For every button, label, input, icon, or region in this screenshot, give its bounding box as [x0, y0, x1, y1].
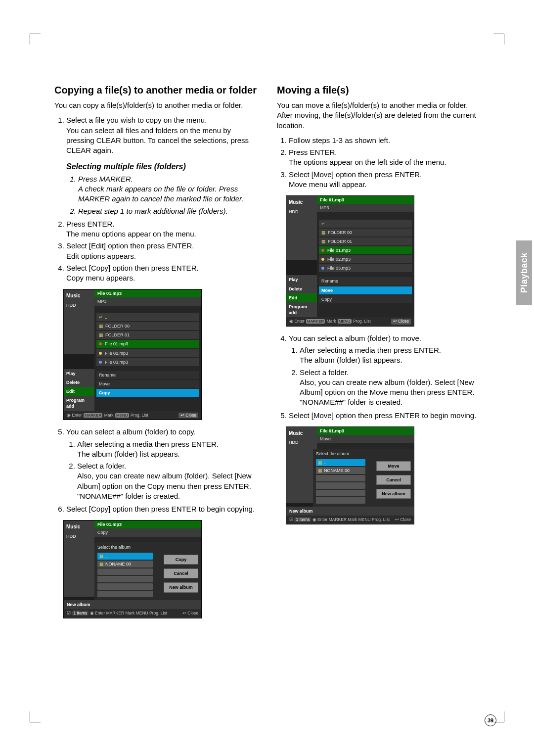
shot-newalbum-button: New album: [376, 489, 411, 499]
shot-album-noname: NONAME 00: [316, 467, 365, 474]
text: Select a folder.: [77, 462, 126, 470]
text: You can select a album (folder) to move.: [289, 334, 421, 342]
shot-option-edit: Edit: [64, 387, 94, 396]
right-column: Moving a file(s) You can move a file(s)/…: [277, 84, 480, 625]
text: You can select all files and folders on …: [66, 126, 249, 155]
shot-hdd-label: HDD: [286, 439, 317, 448]
shot-album-up: ..: [316, 459, 365, 466]
crop-mark: [30, 34, 41, 45]
manual-page: Playback 39 Copying a file(s) to another…: [0, 0, 534, 756]
copy-steps: Select a file you wish to copy on the me…: [54, 115, 257, 283]
shot-row-file: File 02.mp3: [96, 349, 199, 357]
text: "NONAME##" folder is created.: [77, 492, 180, 500]
list-item: Press ENTER. The options appear on the l…: [289, 147, 480, 168]
screenshot-move-options: Music HDD File 01.mp3 MP3 .. FOLDER 00 F…: [286, 195, 414, 327]
list-item: Follow steps 1-3 as shown left.: [289, 136, 480, 145]
text: After selecting a media then press ENTER…: [77, 440, 219, 448]
shot-row-folder: FOLDER 00: [319, 229, 412, 236]
text: File 02.mp3: [105, 350, 128, 356]
screenshot-copy-options: Music HDD File 01.mp3 MP3 .. FOLDER 00 F…: [63, 289, 202, 420]
shot-hdd-label: HDD: [64, 533, 94, 542]
copy-steps-continued: You can select a album (folder) to copy.…: [54, 427, 257, 514]
screenshot-move-picker: Music HDD File 01.mp3 Move Select the al…: [286, 426, 414, 524]
text: Move menu will appear.: [289, 180, 367, 189]
shot-music-label: Music: [64, 289, 94, 302]
shot-row-file: File 02.mp3: [319, 255, 412, 263]
shot-current-file: File 01.mp3: [317, 196, 414, 204]
shot-album-empty: [97, 568, 153, 575]
shot-album-empty: [97, 591, 153, 597]
list-item: Select [Copy] option then press ENTER to…: [66, 504, 257, 514]
text: A check mark appears on the file or fold…: [78, 185, 244, 203]
shot-album-noname: NONAME 00: [97, 561, 153, 567]
text: Copy menu appears.: [66, 274, 135, 282]
text: Select a folder.: [300, 368, 349, 377]
crop-mark: [493, 34, 504, 45]
list-item: Select [Move] option then press ENTER. M…: [289, 170, 480, 190]
list-item: Select a folder. Also, you can create ne…: [77, 461, 257, 501]
list-item: You can select a album (folder) to copy.…: [66, 427, 257, 501]
shot-edit-move: Move: [96, 380, 199, 388]
text: The album (folder) list appears.: [300, 356, 402, 364]
list-item: Press ENTER. The menu options appear on …: [66, 219, 257, 239]
shot-row-up: ..: [96, 313, 199, 321]
shot-album-empty: [316, 497, 365, 504]
shot-footer: ◉ Enter MARKER Mark MENU Prog. List ↩ Cl…: [64, 411, 201, 420]
text: Select [Copy] option then press ENTER.: [66, 264, 199, 272]
shot-row-file: File 03.mp3: [319, 264, 412, 272]
text: After selecting a media then press ENTER…: [300, 346, 441, 354]
shot-album-empty: [316, 482, 365, 489]
shot-footer: ◉ Enter MARKER Mark MENU Prog. List ↩ Cl…: [286, 317, 414, 326]
text: Select a file you wish to copy on the me…: [66, 116, 207, 124]
paragraph: You can move a file(s)/folder(s) to anot…: [277, 100, 480, 131]
list-item: After selecting a media then press ENTER…: [77, 439, 257, 460]
shot-items-bar: ☑ 1 Items ◉ Enter MARKER Mark MENU Prog.…: [64, 609, 201, 617]
move-steps-continued: You can select a album (folder) to move.…: [277, 333, 480, 421]
shot-hdd-label: HDD: [64, 302, 94, 311]
shot-music-label: Music: [286, 196, 317, 209]
text: Also, you can create new album (folder).…: [77, 472, 252, 490]
list-item: Repeat step 1 to mark additional file (f…: [78, 206, 257, 216]
shot-option-programadd: Program add: [64, 396, 94, 411]
substeps: Press MARKER. A check mark appears on th…: [66, 174, 257, 216]
shot-edit-copy: Copy: [319, 295, 412, 303]
shot-row-folder: FOLDER 00: [96, 322, 199, 330]
shot-album-up: ..: [97, 553, 153, 560]
text: File 03.mp3: [327, 265, 351, 271]
move-steps: Follow steps 1-3 as shown left. Press EN…: [277, 136, 480, 189]
shot-option-play: Play: [64, 369, 94, 378]
shot-option-delete: Delete: [286, 284, 317, 293]
shot-hdd-label: HDD: [286, 209, 317, 218]
content-columns: Copying a file(s) to another media or fo…: [35, 30, 499, 625]
shot-edit-move: Move: [319, 286, 412, 294]
crop-mark: [30, 711, 41, 722]
text: The options appear on the left side of t…: [289, 158, 446, 166]
shot-option-edit: Edit: [286, 293, 317, 302]
text: Also, you can create new album (folder).…: [300, 378, 475, 396]
list-item: After selecting a media then press ENTER…: [300, 345, 480, 366]
shot-current-file: File 01.mp3: [317, 427, 414, 435]
shot-current-file: File 01.mp3: [94, 520, 201, 528]
text: Press ENTER.: [289, 148, 337, 156]
text: The menu options appear on the menu.: [66, 230, 196, 238]
list-item: Select a folder. Also, you can create ne…: [300, 368, 480, 408]
shot-cancel-button: Cancel: [164, 568, 198, 578]
shot-option-play: Play: [286, 275, 317, 284]
shot-select-album-label: Select the album: [316, 451, 411, 457]
shot-newalbum-button: New album: [164, 582, 198, 592]
shot-cancel-button: Cancel: [376, 475, 411, 485]
shot-album-empty: [97, 576, 153, 582]
list-item: Select [Move] option then press ENTER to…: [289, 411, 480, 421]
heading-move: Moving a file(s): [277, 84, 480, 96]
section-tab: Playback: [516, 240, 532, 305]
list-item: You can select a album (folder) to move.…: [289, 333, 480, 408]
text: Select [Edit] option then press ENTER.: [66, 241, 194, 250]
shot-option-delete: Delete: [64, 378, 94, 387]
text: File 03.mp3: [105, 359, 128, 365]
shot-move-button: Move: [376, 461, 411, 471]
shot-copy-button: Copy: [164, 555, 198, 565]
shot-filetype: MP3: [94, 297, 201, 305]
list-item: Select [Edit] option then press ENTER. E…: [66, 241, 257, 261]
shot-edit-rename: Rename: [96, 371, 199, 379]
shot-mode-move: Move: [317, 435, 414, 443]
